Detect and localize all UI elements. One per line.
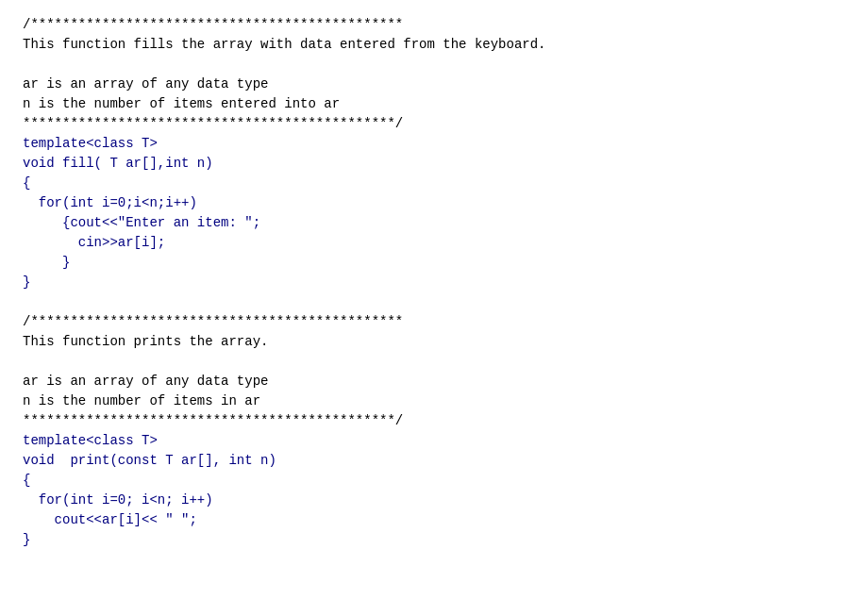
code-line: }	[23, 532, 30, 547]
code-line: ****************************************…	[23, 413, 403, 428]
code-line: for(int i=0; i<n; i++)	[23, 492, 213, 508]
code-line: {	[23, 175, 30, 191]
code-line: n is the number of items in ar	[23, 393, 260, 408]
code-line: {	[23, 473, 30, 488]
code-line: /***************************************…	[23, 314, 403, 329]
code-line: cin>>ar[i];	[23, 235, 165, 250]
code-line: for(int i=0;i<n;i++)	[23, 195, 197, 210]
code-line: }	[23, 275, 30, 290]
code-line: This function prints the array.	[23, 334, 268, 349]
code-line: n is the number of items entered into ar	[23, 96, 340, 111]
code-line: void print(const T ar[], int n)	[23, 453, 276, 468]
code-line: cout<<ar[i]<< " ";	[23, 512, 197, 527]
code-line: /***************************************…	[23, 17, 403, 32]
code-line: ar is an array of any data type	[23, 374, 268, 389]
code-container: /***************************************…	[0, 0, 853, 616]
code-line: }	[23, 255, 70, 270]
code-line: ar is an array of any data type	[23, 76, 268, 92]
code-pre: /***************************************…	[11, 8, 842, 558]
code-line: {cout<<"Enter an item: ";	[23, 215, 260, 230]
code-line: template<class T>	[23, 136, 158, 151]
code-line: ****************************************…	[23, 116, 403, 131]
code-line: template<class T>	[23, 433, 158, 448]
code-line: void fill( T ar[],int n)	[23, 156, 213, 171]
code-line: This function fills the array with data …	[23, 37, 546, 52]
